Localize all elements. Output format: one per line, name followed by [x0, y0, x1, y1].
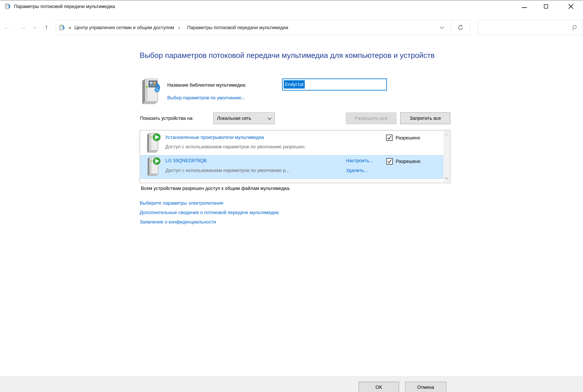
breadcrumb-item-network-center[interactable]: Центр управления сетями и общим доступом: [74, 25, 174, 30]
media-player-device-icon: [145, 132, 162, 154]
allowed-label: Разрешено: [396, 135, 420, 140]
network-select-value: Локальная сеть: [217, 113, 251, 124]
checkmark-icon: [387, 159, 392, 164]
allowed-checkbox[interactable]: [386, 134, 392, 141]
remove-link[interactable]: Удалить...: [346, 168, 368, 173]
back-button[interactable]: ←: [2, 20, 12, 35]
media-streaming-options-window: Параметры потоковой передачи мультимедиа…: [0, 0, 583, 392]
media-streaming-app-icon: [5, 3, 11, 10]
minimize-button[interactable]: [518, 1, 531, 12]
refresh-icon: [457, 24, 464, 31]
allowed-checkbox[interactable]: [386, 158, 393, 164]
allowed-label: Разрешено: [396, 158, 420, 164]
power-options-link[interactable]: Выберите параметры электропитания: [140, 200, 223, 206]
device-row-lg-tv-selected[interactable]: LG 55QNED876QB Доступ с использованием п…: [141, 155, 443, 179]
media-library-icon: [140, 78, 164, 105]
window-title: Параметры потоковой передачи мультимедиа: [14, 1, 115, 12]
navigation-bar: ← → ↑ « Центр управления сетями и общим …: [0, 20, 583, 35]
maximize-button[interactable]: [539, 1, 552, 12]
maximize-icon: [544, 4, 548, 8]
recent-locations-chevron-icon[interactable]: [33, 25, 36, 28]
up-button[interactable]: ↑: [42, 20, 51, 35]
address-dropdown-chevron-icon[interactable]: [440, 25, 444, 29]
minimize-icon: [522, 7, 527, 8]
dialog-footer: OK Отмена: [0, 376, 583, 392]
breadcrumb-overflow-glyph[interactable]: «: [69, 25, 71, 30]
library-name-input[interactable]: Endyr1st: [282, 78, 387, 90]
device-title-link[interactable]: Установленные проигрыватели мультимедиа: [165, 134, 264, 140]
close-button[interactable]: [564, 1, 577, 12]
streaming-info-link[interactable]: Дополнительные сведения о потоковой пере…: [140, 210, 278, 215]
allow-all-button[interactable]: Разрешить все: [346, 112, 396, 124]
access-summary-text: Всем устройствам разрешен доступ к общим…: [141, 186, 290, 191]
close-icon: [568, 4, 573, 9]
library-name-selected-text: Endyr1st: [284, 80, 305, 88]
scrollbar[interactable]: [443, 131, 450, 182]
cancel-button[interactable]: Отмена: [405, 382, 446, 392]
search-input[interactable]: [480, 22, 567, 33]
breadcrumb-item-media-streaming[interactable]: Параметры потоковой передачи мультимедиа: [187, 25, 288, 30]
device-subtitle: Доступ с использованием параметров по ум…: [165, 168, 289, 173]
show-devices-label: Показать устройства на:: [140, 116, 193, 121]
device-subtitle: Доступ с использованием параметров по ум…: [165, 144, 306, 150]
scroll-down-icon[interactable]: [445, 176, 448, 180]
search-icon[interactable]: [571, 25, 577, 31]
title-bar[interactable]: Параметры потоковой передачи мультимедиа: [0, 1, 583, 12]
page-title: Выбор параметров потоковой передачи муль…: [140, 50, 442, 61]
allowed-checkbox-group: Разрешено: [386, 134, 420, 141]
media-player-device-icon: [145, 156, 162, 177]
device-title-link[interactable]: LG 55QNED876QB: [165, 158, 207, 163]
forward-button[interactable]: →: [18, 20, 28, 35]
scroll-up-icon[interactable]: [445, 133, 448, 137]
chevron-down-icon: [267, 116, 271, 120]
network-select[interactable]: Локальная сеть: [213, 112, 275, 124]
block-all-button[interactable]: Запретить все: [400, 112, 450, 124]
address-bar[interactable]: « Центр управления сетями и общим доступ…: [56, 20, 470, 35]
refresh-button[interactable]: [451, 20, 470, 35]
ok-button[interactable]: OK: [359, 382, 399, 392]
privacy-statement-link[interactable]: Заявление о конфиденциальности: [140, 219, 216, 224]
device-list: Установленные проигрыватели мультимедиа …: [140, 130, 450, 183]
allowed-checkbox-group: Разрешено: [386, 158, 420, 164]
library-name-label: Название библиотеки мультимедиа:: [167, 82, 246, 88]
search-box[interactable]: [478, 20, 582, 35]
address-app-icon: [59, 24, 66, 31]
configure-link[interactable]: Настроить...: [346, 158, 373, 163]
breadcrumb-separator-icon[interactable]: ›: [178, 25, 180, 30]
device-row-installed-players[interactable]: Установленные проигрыватели мультимедиа …: [141, 131, 443, 155]
choose-default-settings-link[interactable]: Выбор параметров по умолчанию...: [167, 95, 245, 100]
checkmark-icon: [387, 135, 392, 140]
